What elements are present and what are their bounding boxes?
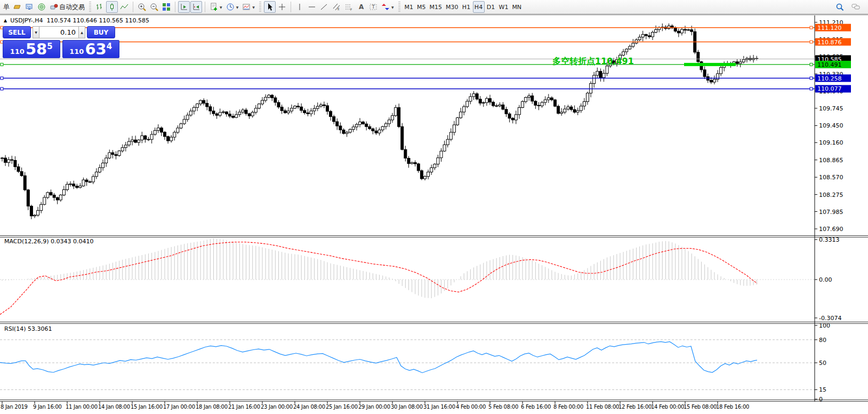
timeframe-m15[interactable]: M15 xyxy=(428,1,444,13)
buy-pipette: 4 xyxy=(107,42,112,51)
chart-canvas[interactable]: 111.210110.915110.625110.330110.040109.7… xyxy=(0,0,868,414)
candle-body xyxy=(192,107,195,111)
equidistant-channel-button[interactable]: E xyxy=(331,1,342,13)
x-axis-tick-label: 24 Jan 08:00 xyxy=(293,404,325,410)
zoom-in-button[interactable] xyxy=(136,1,148,13)
candle-body xyxy=(449,132,452,139)
sell-button[interactable]: SELL xyxy=(3,26,31,38)
bar-chart-mode-button[interactable] xyxy=(94,1,106,13)
line-handle[interactable] xyxy=(810,26,813,29)
line-handle[interactable] xyxy=(810,87,813,90)
candle-body xyxy=(76,186,78,188)
candle-body xyxy=(391,116,394,120)
candle-body xyxy=(248,114,251,116)
line-handle[interactable] xyxy=(1,87,3,90)
candle-body xyxy=(437,158,439,164)
candle-body xyxy=(23,176,26,190)
toolbar-separator xyxy=(291,2,291,12)
vertical-line-button[interactable] xyxy=(294,1,306,13)
buy-price-display[interactable]: 110 63 4 xyxy=(62,40,120,58)
line-handle[interactable] xyxy=(1,63,3,66)
cursor-button[interactable] xyxy=(264,1,276,13)
candlestick-mode-button[interactable] xyxy=(106,1,118,13)
volume-input[interactable] xyxy=(39,26,78,38)
fibonacci-button[interactable]: F xyxy=(343,1,355,13)
line-handle[interactable] xyxy=(810,63,813,66)
line-handle[interactable] xyxy=(810,77,813,79)
candle-body xyxy=(144,136,147,139)
candle-body xyxy=(134,140,137,142)
toolbar: 单自动交易▼▼▼EFAT▼M1M5M15M30H1H4D1W1MN xyxy=(0,0,868,14)
crosshair-button[interactable] xyxy=(276,1,288,13)
trade-panel-toggle-icon[interactable]: ▲ xyxy=(4,18,7,23)
candle-body xyxy=(121,148,124,151)
data-window-button[interactable] xyxy=(36,1,47,13)
line-handle[interactable] xyxy=(810,41,813,43)
chart-profile-button[interactable] xyxy=(11,1,23,13)
volume-decrease-button[interactable]: ▼ xyxy=(33,26,39,38)
price-badge-label: 110.876 xyxy=(817,39,842,46)
y-axis-tick-label: 109.450 xyxy=(819,122,843,129)
timeframe-m1[interactable]: M1 xyxy=(403,1,415,13)
candle-body xyxy=(203,100,205,103)
candle-body xyxy=(53,195,55,198)
candle-body xyxy=(11,160,13,160)
templates-button[interactable]: ▼ xyxy=(240,1,256,13)
rsi-axis-label: 50 xyxy=(819,360,826,367)
arrows-button[interactable]: ▼ xyxy=(380,1,396,13)
indicators-button[interactable]: ▼ xyxy=(208,1,224,13)
periods-button[interactable]: ▼ xyxy=(224,1,240,13)
volume-increase-button[interactable]: ▲ xyxy=(78,26,85,38)
candle-body xyxy=(196,104,199,108)
auto-trading-button[interactable]: 自动交易 xyxy=(48,1,86,13)
search-button[interactable] xyxy=(834,1,846,13)
fibonacci-icon: F xyxy=(344,3,353,11)
candle-body xyxy=(189,111,192,115)
timeframe-m5[interactable]: M5 xyxy=(415,1,428,13)
zoom-out-button[interactable] xyxy=(148,1,160,13)
line-handle[interactable] xyxy=(1,77,3,79)
terminal-window: 单自动交易▼▼▼EFAT▼M1M5M15M30H1H4D1W1MN 111.21… xyxy=(0,0,868,414)
timeframe-d1[interactable]: D1 xyxy=(485,1,497,13)
candle-body xyxy=(157,128,159,131)
buy-button[interactable]: BUY xyxy=(87,26,115,38)
line-chart-mode-button[interactable] xyxy=(118,1,130,13)
macd-indicator-label: MACD(12,26,9) 0.0343 0.0410 xyxy=(4,238,94,245)
timeframe-w1[interactable]: W1 xyxy=(497,1,510,13)
toolbar-grip[interactable] xyxy=(259,2,261,12)
chat-button[interactable] xyxy=(850,1,862,13)
support-highlight-bar[interactable] xyxy=(684,63,736,66)
toolbar-separator xyxy=(133,2,133,12)
timeframe-m30[interactable]: M30 xyxy=(444,1,460,13)
candle-body xyxy=(427,172,430,176)
market-watch-button[interactable] xyxy=(23,1,35,13)
auto-scroll-button[interactable] xyxy=(178,1,190,13)
chart-shift-button[interactable] xyxy=(190,1,202,13)
timeframe-h1[interactable]: H1 xyxy=(461,1,472,13)
sell-price-display[interactable]: 110 58 5 xyxy=(3,40,60,58)
trendline-button[interactable] xyxy=(318,1,330,13)
pivot-annotation-text[interactable]: 多空转折点110.491 xyxy=(552,56,634,67)
candle-body xyxy=(430,168,433,172)
candle-body xyxy=(460,112,462,118)
candle-body xyxy=(277,102,280,107)
toolbar-grip[interactable] xyxy=(398,2,400,12)
candle-body xyxy=(316,106,319,108)
chat-icon xyxy=(851,3,860,11)
timeframe-h4[interactable]: H4 xyxy=(473,1,485,13)
tile-windows-button[interactable] xyxy=(160,1,172,13)
candle-body xyxy=(443,145,446,151)
candle-body xyxy=(472,94,475,97)
candle-body xyxy=(147,139,150,140)
candle-body xyxy=(66,184,69,189)
candle-body xyxy=(274,98,277,102)
timeframe-mn[interactable]: MN xyxy=(510,1,523,13)
candle-body xyxy=(420,171,423,179)
horizontal-line-button[interactable] xyxy=(306,1,318,13)
candle-body xyxy=(183,120,186,124)
candle-body xyxy=(164,132,166,137)
toolbar-grip[interactable] xyxy=(89,2,91,12)
text-label-button[interactable]: T xyxy=(367,1,379,13)
folder-icon xyxy=(13,3,21,11)
text-button[interactable]: A xyxy=(355,1,367,13)
